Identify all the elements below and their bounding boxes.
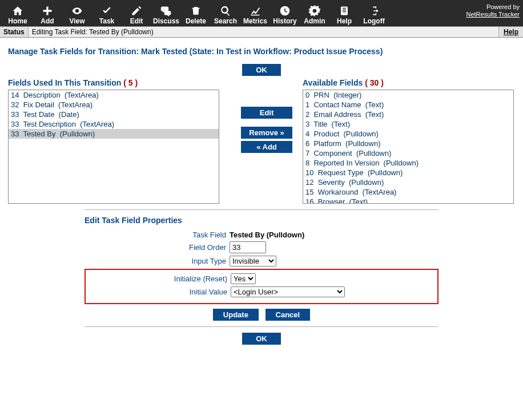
toolbar-label: Help xyxy=(337,17,352,25)
powered-by: Powered by NetResults Tracker xyxy=(466,2,520,18)
list-item[interactable]: 0 PRN (Integer) xyxy=(303,90,513,100)
status-text: Editing Task Field: Tested By (Pulldown) xyxy=(29,27,499,37)
search-icon xyxy=(220,5,231,17)
toolbar-buttons: HomeAddViewTaskEditDiscussDeleteSearchMe… xyxy=(3,2,388,25)
list-item[interactable]: 12 Severity (Pulldown) xyxy=(303,177,513,187)
remove-field-button[interactable]: Remove » xyxy=(241,127,292,139)
list-item[interactable]: 10 Request Type (Pulldown) xyxy=(303,168,513,177)
cancel-button[interactable]: Cancel xyxy=(265,309,311,321)
plus-icon xyxy=(42,5,53,17)
add-button[interactable]: Add xyxy=(33,2,62,25)
initialize-label: Initialize (Reset) xyxy=(86,274,227,283)
ok-button-bottom[interactable]: OK xyxy=(242,333,281,345)
list-item[interactable]: 8 Reported In Version (Pulldown) xyxy=(303,158,513,168)
list-item[interactable]: 6 Platform (Pulldown) xyxy=(303,139,513,148)
toolbar-label: Edit xyxy=(130,17,143,25)
list-item[interactable]: 3 Title (Text) xyxy=(303,119,513,129)
toolbar-label: Home xyxy=(8,17,27,25)
admin-icon xyxy=(309,5,320,17)
task-field-value: Tested By (Pulldown) xyxy=(230,231,304,239)
list-item[interactable]: 32 Fix Detail (TextArea) xyxy=(9,100,219,110)
available-fields-title: Available Fields ( 30 ) xyxy=(303,78,523,87)
pencil-icon xyxy=(131,5,142,17)
add-field-button[interactable]: « Add xyxy=(241,141,292,153)
available-fields-title-text: Available Fields xyxy=(303,78,363,87)
history-icon xyxy=(279,5,291,17)
ok-button-top[interactable]: OK xyxy=(242,64,281,76)
edit-field-button[interactable]: Edit xyxy=(241,107,292,119)
toolbar-label: Add xyxy=(41,17,54,25)
list-item[interactable]: 4 Product (Pulldown) xyxy=(303,129,513,139)
eye-icon xyxy=(70,5,84,17)
home-button[interactable]: Home xyxy=(3,2,32,25)
delete-button[interactable]: Delete xyxy=(182,2,210,25)
toolbar-label: History xyxy=(273,17,296,25)
help-icon xyxy=(339,5,349,17)
trash-icon xyxy=(191,5,201,17)
toolbar-label: Discuss xyxy=(153,17,179,25)
toolbar-label: Admin xyxy=(304,17,325,25)
transfer-buttons: Edit Remove » « Add xyxy=(241,78,292,204)
input-type-label: Input Type xyxy=(85,257,226,265)
status-bar: Status Editing Task Field: Tested By (Pu… xyxy=(0,26,523,38)
task-field-label: Task Field xyxy=(85,231,226,239)
divider xyxy=(85,326,438,327)
list-item[interactable]: 33 Tested By (Pulldown) xyxy=(9,129,219,139)
list-item[interactable]: 15 Workaround (TextArea) xyxy=(303,187,513,197)
toolbar-label: View xyxy=(69,17,85,25)
discuss-button[interactable]: Discuss xyxy=(152,2,180,25)
field-order-input[interactable] xyxy=(230,241,266,253)
field-order-label: Field Order xyxy=(85,243,226,252)
status-help-link[interactable]: Help xyxy=(499,27,523,37)
toolbar-label: Search xyxy=(214,17,237,25)
logoff-button[interactable]: Logoff xyxy=(360,2,388,25)
toolbar-label: Metrics xyxy=(243,17,267,25)
properties-title: Edit Task Field Properties xyxy=(85,216,438,225)
list-item[interactable]: 33 Test Description (TextArea) xyxy=(9,119,219,129)
logoff-icon xyxy=(368,5,380,17)
used-fields-listbox[interactable]: 14 Description (TextArea)32 Fix Detail (… xyxy=(8,90,219,204)
check-icon xyxy=(101,5,112,17)
available-fields-listbox[interactable]: 0 PRN (Integer)1 Contact Name (Text)2 Em… xyxy=(303,90,514,204)
discuss-icon xyxy=(160,5,172,17)
view-button[interactable]: View xyxy=(63,2,91,25)
history-button[interactable]: History xyxy=(271,2,299,25)
highlighted-section: Initialize (Reset) Yes Initial Value <Lo… xyxy=(85,269,438,304)
initialize-select[interactable]: Yes xyxy=(231,273,256,284)
status-label: Status xyxy=(0,27,29,37)
page-title: Manage Task Fields for Transition: Mark … xyxy=(8,47,515,56)
toolbar-label: Task xyxy=(99,17,114,25)
list-item[interactable]: 2 Email Address (Text) xyxy=(303,110,513,119)
list-item[interactable]: 16 Browser (Text) xyxy=(303,197,513,204)
used-fields-title: Fields Used In This Transition ( 5 ) xyxy=(8,78,231,87)
toolbar-label: Logoff xyxy=(363,17,384,25)
home-icon xyxy=(11,5,24,17)
metrics-icon xyxy=(249,5,262,17)
list-item[interactable]: 1 Contact Name (Text) xyxy=(303,100,513,110)
admin-button[interactable]: Admin xyxy=(300,2,329,25)
initial-value-select[interactable]: <Login User> xyxy=(231,286,345,297)
metrics-button[interactable]: Metrics xyxy=(241,2,269,25)
used-fields-title-text: Fields Used In This Transition xyxy=(8,78,121,87)
divider xyxy=(85,209,438,210)
tracker-link[interactable]: NetResults Tracker xyxy=(466,11,520,18)
available-fields-count: ( 30 ) xyxy=(365,78,384,87)
list-item[interactable]: 14 Description (TextArea) xyxy=(9,90,219,100)
input-type-select[interactable]: Invisible xyxy=(230,256,276,266)
initial-value-label: Initial Value xyxy=(86,288,227,296)
used-fields-count: ( 5 ) xyxy=(123,78,138,87)
help-button[interactable]: Help xyxy=(330,2,359,25)
list-item[interactable]: 33 Test Date (Date) xyxy=(9,110,219,119)
search-button[interactable]: Search xyxy=(211,2,240,25)
task-button[interactable]: Task xyxy=(92,2,121,25)
edit-button[interactable]: Edit xyxy=(122,2,151,25)
powered-by-label: Powered by xyxy=(466,3,520,11)
update-button[interactable]: Update xyxy=(213,309,259,321)
toolbar-label: Delete xyxy=(186,17,206,25)
main-toolbar: HomeAddViewTaskEditDiscussDeleteSearchMe… xyxy=(0,0,523,26)
list-item[interactable]: 7 Component (Pulldown) xyxy=(303,148,513,158)
